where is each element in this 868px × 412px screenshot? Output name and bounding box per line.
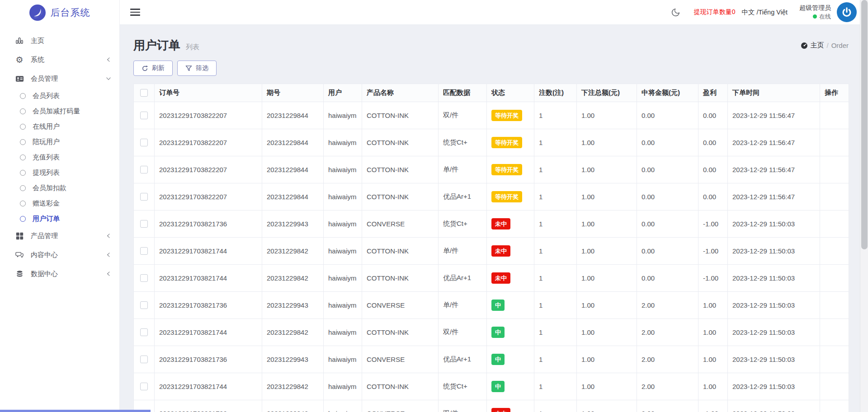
row-checkbox[interactable]: [140, 193, 148, 201]
table-row: 20231229170382173620231229943haiwaiymCON…: [134, 346, 849, 373]
breadcrumb-home[interactable]: 主页: [801, 41, 824, 50]
cell-order-no: 202312291703821736: [155, 211, 262, 238]
row-checkbox[interactable]: [140, 383, 148, 390]
sidebar-subitem-label: 会员加扣款: [33, 184, 66, 192]
column-header: 产品名称: [362, 84, 439, 102]
cell-product: COTTON-INK: [362, 373, 439, 400]
cell-bets: 1: [534, 346, 577, 373]
cell-product: CONVERSE: [362, 346, 439, 373]
cell-order-no: 202312291703822207: [155, 129, 262, 156]
status-badge: 未中: [491, 218, 510, 229]
row-select-cell: [134, 346, 155, 373]
cell-time: 2023-12-29 11:50:03: [728, 319, 820, 346]
row-checkbox[interactable]: [140, 112, 148, 119]
sidebar-subitem[interactable]: 会员列表: [0, 88, 119, 103]
cell-profit: 1.00: [698, 373, 728, 400]
row-checkbox[interactable]: [140, 274, 148, 282]
cell-profit: 1.00: [698, 292, 728, 319]
cell-profit: -1.00: [698, 211, 728, 238]
app-root: 后台系统 主页⚙系统会员管理会员列表会员加减打码量在线用户陪玩用户充值列表提现列…: [0, 0, 868, 412]
status-badge: 等待开奖: [491, 164, 522, 175]
table-row: 20231229170382220720231229844haiwaiymCOT…: [134, 156, 849, 183]
cell-action: [820, 265, 849, 292]
status-badge: 中: [491, 300, 505, 311]
radio-circle-icon: [20, 93, 26, 99]
row-checkbox[interactable]: [140, 247, 148, 255]
sidebar-subitem-label: 赠送彩金: [33, 199, 60, 208]
dashboard-icon: [801, 42, 808, 49]
sidebar-item[interactable]: 产品管理: [0, 226, 119, 245]
filter-label: 筛选: [196, 64, 208, 72]
row-checkbox[interactable]: [140, 328, 148, 336]
row-select-cell: [134, 373, 155, 400]
table-row: 20231229170382174420231229842haiwaiymCOT…: [134, 319, 849, 346]
online-dot-icon: [813, 14, 817, 19]
page-head: 用户订单 列表 主页 / Order: [133, 37, 849, 53]
refresh-button[interactable]: 刷新: [133, 61, 173, 76]
cell-profit: 0.00: [698, 183, 728, 211]
sidebar-subitem-label: 会员列表: [33, 92, 60, 100]
cell-bets: 1: [534, 238, 577, 265]
radio-circle-icon: [20, 139, 26, 145]
sidebar-item[interactable]: ⚙系统: [0, 50, 119, 69]
cell-total: 1.00: [577, 129, 637, 156]
row-checkbox[interactable]: [140, 139, 148, 146]
withdraw-notice-link[interactable]: 提现订单数量0: [694, 8, 736, 16]
row-checkbox[interactable]: [140, 356, 148, 363]
online-label: 在线: [819, 13, 831, 21]
sidebar-subitem[interactable]: 会员加减打码量: [0, 103, 119, 119]
cell-user: haiwaiym: [324, 319, 362, 346]
sidebar-subitem-label: 在线用户: [33, 122, 60, 131]
cell-profit: -1.00: [698, 400, 728, 412]
sidebar: 后台系统 主页⚙系统会员管理会员列表会员加减打码量在线用户陪玩用户充值列表提现列…: [0, 0, 120, 412]
row-checkbox[interactable]: [140, 301, 148, 309]
sidebar-item[interactable]: 数据中心: [0, 264, 119, 283]
cell-bets: 1: [534, 211, 577, 238]
hamburger-icon[interactable]: [130, 9, 140, 16]
row-checkbox[interactable]: [140, 220, 148, 228]
sidebar-item-label: 内容中心: [31, 251, 58, 259]
select-all-checkbox[interactable]: [140, 89, 148, 97]
cell-period: 20231229842: [262, 319, 324, 346]
moon-icon[interactable]: [671, 8, 680, 17]
cell-bets: 1: [534, 400, 577, 412]
sidebar-subitem[interactable]: 提现列表: [0, 165, 119, 180]
cell-time: 2023-12-29 11:56:47: [728, 129, 820, 156]
vertical-scrollbar-thumb[interactable]: [861, 0, 868, 249]
sidebar-subitem-label: 用户订单: [33, 215, 60, 223]
cell-match: 双/件: [439, 400, 487, 412]
admin-info[interactable]: 超级管理员 在线: [799, 4, 831, 21]
sidebar-item[interactable]: 内容中心: [0, 245, 119, 264]
status-badge: 未中: [491, 408, 510, 412]
id-card-icon: [15, 74, 24, 83]
table-header-row: 订单号期号用户产品名称匹配数据状态注数(注)下注总额(元)中将金额(元)盈利下单…: [134, 84, 849, 102]
sidebar-item-label: 主页: [31, 37, 44, 45]
sidebar-subitem[interactable]: 会员加扣款: [0, 180, 119, 196]
horizontal-scrollbar-thumb[interactable]: [0, 410, 151, 412]
cell-order-no: 202312291703822207: [155, 183, 262, 211]
cell-product: CONVERSE: [362, 292, 439, 319]
sidebar-subitem[interactable]: 在线用户: [0, 119, 119, 134]
sidebar-subitem[interactable]: 陪玩用户: [0, 134, 119, 150]
cell-status: 中: [487, 292, 534, 319]
row-checkbox[interactable]: [140, 166, 148, 173]
sidebar-item[interactable]: 主页: [0, 31, 119, 50]
cell-period: 20231229844: [262, 102, 324, 129]
cell-time: 2023-12-29 11:50:03: [728, 292, 820, 319]
language-switcher[interactable]: 中文 /Tiếng Việt: [741, 8, 788, 17]
cell-win: 2.00: [637, 292, 698, 319]
cell-bets: 1: [534, 319, 577, 346]
comments-icon: [15, 250, 24, 259]
filter-button[interactable]: 筛选: [177, 61, 217, 76]
power-icon[interactable]: [837, 2, 857, 22]
sidebar-item[interactable]: 会员管理: [0, 69, 119, 88]
sidebar-subitem[interactable]: 充值列表: [0, 150, 119, 165]
cell-order-no: 202312291703821736: [155, 292, 262, 319]
sidebar-subitem-active[interactable]: 用户订单: [0, 211, 119, 226]
page-subtitle: 列表: [186, 39, 199, 52]
sidebar-subitem[interactable]: 赠送彩金: [0, 196, 119, 211]
table-row: 20231229170382220720231229844haiwaiymCOT…: [134, 102, 849, 129]
vertical-scrollbar[interactable]: [860, 0, 868, 412]
page-title: 用户订单: [133, 37, 180, 53]
brand[interactable]: 后台系统: [0, 0, 119, 25]
